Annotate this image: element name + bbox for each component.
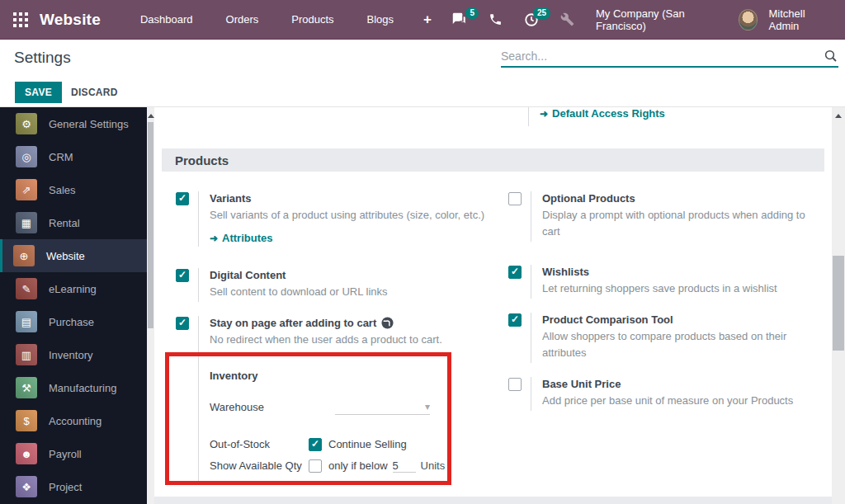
inventory-box-icon: ▥ [16, 344, 37, 365]
sidebar-item-label: Website [46, 250, 85, 262]
purchase-icon: ▤ [16, 311, 37, 332]
setting-description: Sell content to download or URL links [210, 284, 506, 300]
accounting-icon: $ [16, 410, 37, 431]
control-panel: Settings SAVE DISCARD [0, 40, 845, 107]
setting-label: Base Unit Price [542, 377, 823, 392]
project-icon: ❖ [16, 476, 37, 497]
default-access-rights-link[interactable]: Default Access Rights [540, 107, 665, 120]
sidebar-item-website[interactable]: ⊕ Website [0, 239, 147, 272]
setting-optional-products: Optional Products Display a prompt with … [508, 191, 832, 242]
scroll-up-arrow-icon[interactable] [832, 111, 845, 120]
apps-menu-icon[interactable] [13, 12, 28, 27]
products-section-header: Products [162, 148, 824, 172]
setting-label: Variants [210, 191, 506, 206]
sales-chart-icon: ⇗ [16, 179, 37, 200]
digital-content-checkbox[interactable] [176, 269, 189, 282]
activities-button[interactable]: 25 [516, 7, 547, 32]
setting-description: Allow shoppers to compare products based… [542, 328, 814, 361]
phone-button[interactable] [480, 7, 511, 31]
app-title[interactable]: Website [40, 11, 101, 29]
menu-blogs[interactable]: Blogs [352, 7, 409, 33]
setting-base-unit-price: Base Unit Price Add price per base unit … [508, 377, 832, 411]
wishlists-checkbox[interactable] [508, 266, 522, 279]
show-available-qty-label: Show Available Qty [210, 459, 309, 472]
payroll-person-icon: ☻ [16, 443, 37, 464]
content-scrollbar-left[interactable] [147, 107, 154, 504]
show-available-qty-checkbox[interactable] [309, 459, 322, 473]
sidebar-item-label: Accounting [49, 415, 101, 427]
elearning-icon: ✎ [16, 278, 37, 299]
stay-on-page-checkbox[interactable] [176, 317, 189, 330]
sidebar-item-purchase[interactable]: ▤ Purchase [0, 305, 147, 338]
sidebar-item-crm[interactable]: ◎ CRM [0, 140, 147, 173]
setting-wishlists: Wishlists Let returning shoppers save pr… [508, 265, 832, 299]
user-menu[interactable]: Mitchell Admin [769, 7, 835, 32]
setting-label: Stay on page after adding to cart [210, 316, 376, 331]
discard-button[interactable]: DISCARD [63, 82, 126, 103]
sidebar-item-label: Sales [49, 184, 76, 196]
scroll-up-arrow-icon[interactable] [147, 111, 154, 120]
sidebar-item-sales[interactable]: ⇗ Sales [0, 173, 147, 206]
next-section-header-partial [154, 497, 832, 504]
sidebar-item-label: General Settings [49, 118, 129, 130]
units-label: Units [421, 459, 446, 472]
inventory-title: Inventory [210, 370, 506, 382]
continue-selling-label: Continue Selling [328, 438, 407, 450]
debug-tools-button[interactable] [552, 7, 583, 31]
company-switcher[interactable]: My Company (San Francisco) [588, 7, 734, 32]
scrollbar-thumb[interactable] [833, 256, 844, 351]
sidebar-item-label: Project [49, 481, 82, 493]
page-title: Settings [14, 49, 71, 67]
optional-products-checkbox[interactable] [508, 192, 522, 205]
attributes-link[interactable]: Attributes [210, 232, 272, 244]
base-unit-price-checkbox[interactable] [508, 378, 522, 391]
setting-variants: Variants Sell variants of a product usin… [176, 191, 506, 247]
setting-label: Optional Products [542, 191, 814, 206]
crm-icon: ◎ [16, 146, 37, 167]
sidebar-item-label: Payroll [49, 448, 82, 460]
variants-checkbox[interactable] [176, 192, 189, 205]
new-content-plus-icon[interactable]: + [412, 7, 443, 33]
sidebar-item-manufacturing[interactable]: ⚒ Manufacturing [0, 371, 147, 404]
user-avatar[interactable] [739, 9, 758, 31]
sidebar-item-label: eLearning [49, 283, 97, 295]
menu-products[interactable]: Products [276, 7, 348, 33]
scrollbar-thumb[interactable] [148, 122, 153, 328]
continue-selling-checkbox[interactable] [309, 438, 322, 451]
wrench-icon [560, 12, 574, 26]
sidebar-item-project[interactable]: ❖ Project [0, 470, 147, 503]
settings-content: Default Access Rights Products Variants … [154, 107, 832, 504]
chat-icon [451, 12, 467, 26]
warehouse-dropdown[interactable] [335, 400, 430, 415]
manufacturing-wrench-icon: ⚒ [16, 377, 37, 398]
setting-digital-content: Digital Content Sell content to download… [176, 268, 506, 302]
sidebar-item-inventory[interactable]: ▥ Inventory [0, 338, 147, 371]
only-if-below-label: only if below [328, 459, 388, 472]
menu-dashboard[interactable]: Dashboard [125, 7, 208, 33]
sidebar-item-payroll[interactable]: ☻ Payroll [0, 437, 147, 470]
sidebar-item-elearning[interactable]: ✎ eLearning [0, 272, 147, 305]
sidebar-item-accounting[interactable]: $ Accounting [0, 404, 147, 437]
menu-orders[interactable]: Orders [211, 7, 274, 33]
search-bar [501, 46, 838, 68]
messages-button[interactable]: 5 [443, 7, 475, 31]
messages-badge: 5 [465, 7, 479, 19]
setting-description: No redirect when the user adds a product… [210, 332, 506, 348]
qty-threshold-input[interactable] [393, 459, 416, 473]
search-icon[interactable] [824, 49, 838, 64]
setting-label: Digital Content [210, 268, 506, 283]
sidebar-item-rental[interactable]: ▦ Rental [0, 206, 147, 239]
main-menu: Dashboard Orders Products Blogs + [125, 7, 443, 33]
sidebar-item-label: Inventory [49, 349, 92, 361]
search-input[interactable] [501, 49, 824, 63]
general-settings-gear-icon: ⚙ [16, 113, 37, 134]
save-button[interactable]: SAVE [15, 82, 62, 103]
setting-label: Product Comparison Tool [542, 313, 814, 327]
setting-description: Sell variants of a product using attribu… [210, 207, 506, 224]
setting-product-comparison: Product Comparison Tool Allow shoppers t… [508, 313, 832, 363]
product-comparison-checkbox[interactable] [508, 313, 522, 327]
phone-icon [489, 12, 503, 26]
content-scrollbar-right[interactable] [832, 107, 845, 504]
setting-description: Display a prompt with optional products … [542, 207, 814, 240]
sidebar-item-general-settings[interactable]: ⚙ General Settings [0, 107, 147, 140]
